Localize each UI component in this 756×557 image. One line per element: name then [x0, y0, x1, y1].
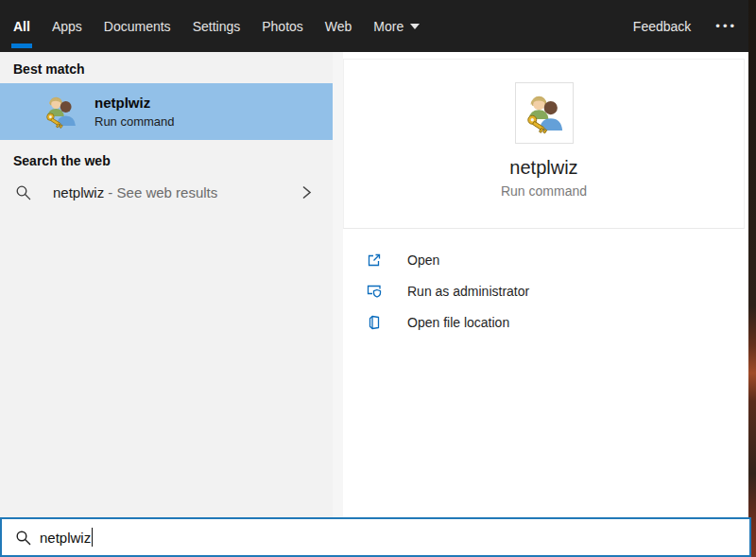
search-input-bar[interactable]: netplwiz — [0, 517, 751, 557]
web-result-suffix: - See web results — [104, 184, 217, 200]
tab-apps[interactable]: Apps — [52, 0, 82, 52]
preview-subtitle: Run command — [501, 183, 587, 199]
file-location-icon — [367, 315, 382, 330]
action-open-label: Open — [407, 252, 439, 268]
tab-photos[interactable]: Photos — [262, 0, 303, 52]
search-filter-tab-bar: All Apps Documents Settings Photos Web M… — [0, 0, 756, 52]
panel-divider — [333, 52, 343, 517]
tab-settings[interactable]: Settings — [193, 0, 241, 52]
tab-all-label: All — [13, 19, 30, 34]
chevron-down-icon — [410, 24, 420, 29]
best-match-heading: Best match — [13, 60, 333, 78]
action-open[interactable]: Open — [343, 244, 748, 275]
tab-more-label: More — [373, 19, 404, 34]
search-input-value[interactable]: netplwiz — [40, 530, 91, 546]
result-title: netplwiz — [94, 94, 175, 112]
tab-settings-label: Settings — [193, 19, 241, 34]
chevron-right-icon — [301, 185, 313, 200]
topbar-right-cluster: Feedback ••• — [633, 0, 737, 52]
search-the-web-heading: Search the web — [13, 151, 333, 170]
preview-pane: netplwiz Run command Open Run as adminis… — [343, 52, 748, 517]
web-result-query: netplwiz — [53, 184, 104, 200]
action-file-location-label: Open file location — [407, 315, 509, 330]
text-caret — [92, 528, 93, 547]
action-run-as-administrator[interactable]: Run as administrator — [343, 275, 748, 306]
result-subtitle: Run command — [94, 114, 175, 130]
user-accounts-icon — [42, 93, 79, 131]
tab-list: All Apps Documents Settings Photos Web M… — [13, 0, 441, 52]
tab-photos-label: Photos — [262, 19, 303, 34]
action-run-admin-label: Run as administrator — [407, 284, 529, 299]
tab-documents-label: Documents — [104, 19, 171, 34]
feedback-button[interactable]: Feedback — [633, 19, 691, 34]
action-list: Open Run as administrator Open file loca… — [343, 244, 748, 338]
tab-apps-label: Apps — [52, 19, 82, 34]
tab-all[interactable]: All — [13, 0, 30, 52]
web-search-result[interactable]: netplwiz - See web results — [0, 176, 333, 208]
search-icon — [15, 530, 31, 546]
search-icon — [15, 184, 31, 200]
web-result-text: netplwiz - See web results — [53, 184, 217, 200]
tab-web-label: Web — [325, 19, 352, 34]
tab-more[interactable]: More — [373, 0, 420, 52]
search-results-panel: Best match netplwiz Run command Search t… — [0, 52, 333, 517]
open-launch-icon — [367, 252, 382, 268]
user-accounts-icon — [522, 91, 567, 136]
more-options-ellipsis-icon[interactable]: ••• — [715, 19, 737, 33]
preview-icon-box — [515, 82, 574, 144]
admin-shield-icon — [367, 284, 382, 299]
preview-header: netplwiz Run command — [343, 59, 745, 229]
best-match-result-netplwiz[interactable]: netplwiz Run command — [0, 83, 333, 140]
tab-documents[interactable]: Documents — [104, 0, 171, 52]
desktop-wallpaper-edge — [748, 0, 756, 557]
best-match-text: netplwiz Run command — [94, 94, 175, 130]
preview-title: netplwiz — [509, 156, 577, 179]
action-open-file-location[interactable]: Open file location — [343, 306, 748, 338]
tab-web[interactable]: Web — [325, 0, 352, 52]
